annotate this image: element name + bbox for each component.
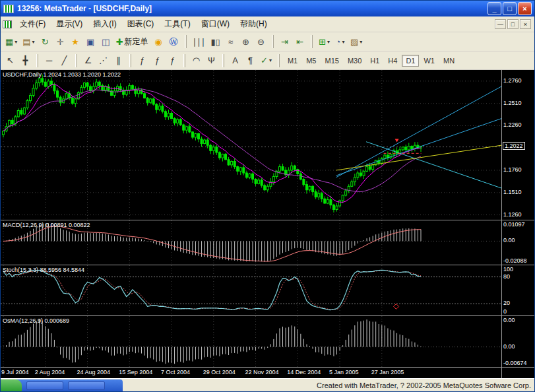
toolbar-separator bbox=[36, 54, 38, 67]
timeframe-m1-button[interactable]: M1 bbox=[284, 55, 301, 67]
menu-file[interactable]: 文件(F) bbox=[15, 16, 51, 32]
text-button[interactable]: A bbox=[228, 53, 243, 68]
main-chart-plot[interactable]: USDCHF,Daily 1.2024 1.2033 1.2020 1.2022 bbox=[1, 70, 501, 220]
stochastic-panel[interactable]: Stoch(15,3,3) 88.5956 84.5844 10080200 bbox=[1, 265, 534, 316]
toolbar-separator bbox=[185, 35, 187, 48]
crosshair-button[interactable]: ╋ bbox=[18, 53, 33, 68]
zoom-out-button[interactable]: ⊖ bbox=[253, 34, 268, 49]
child-restore-button[interactable]: □ bbox=[507, 19, 519, 29]
auto-scroll-icon: ⇥ bbox=[281, 38, 288, 46]
cursor-button[interactable]: ↖ bbox=[3, 53, 18, 68]
new-order-button-label: 新定单 bbox=[125, 36, 148, 48]
osma-panel[interactable]: OsMA(12,26,9) 0.000689 0.000.00-0.00674 bbox=[1, 316, 534, 368]
title-bar[interactable]: 13256: MetaTrader - [USDCHF,Daily] _□× bbox=[1, 1, 534, 16]
chart-area[interactable]: USDCHF,Daily 1.2024 1.2033 1.2020 1.2022… bbox=[1, 70, 534, 378]
timeframe-d1-button[interactable]: D1 bbox=[402, 55, 419, 67]
print-preview-button[interactable]: ◫ bbox=[98, 34, 113, 49]
dropdown-caret-icon[interactable]: ▾ bbox=[32, 39, 35, 45]
fibo-fan-button[interactable]: ƒ bbox=[165, 53, 180, 68]
dropdown-caret-icon[interactable]: ▾ bbox=[342, 39, 344, 45]
menu-tools[interactable]: 工具(T) bbox=[159, 16, 195, 32]
menu-insert[interactable]: 插入(I) bbox=[88, 16, 121, 32]
toolbar-separator bbox=[129, 54, 131, 67]
macd-axis: 0.010970.00-0.02088 bbox=[501, 220, 534, 265]
taskbar-window-button[interactable] bbox=[26, 381, 63, 390]
timeframe-h1-button[interactable]: H1 bbox=[366, 55, 383, 67]
metaquotes-button[interactable]: Ⓦ bbox=[166, 34, 181, 49]
timeframe-w1-button[interactable]: W1 bbox=[420, 55, 439, 67]
menu-help[interactable]: 帮助(H) bbox=[235, 16, 272, 32]
linear-regression-icon: ⋰ bbox=[99, 56, 108, 65]
indicators-button[interactable]: ⊞▾ bbox=[316, 34, 332, 49]
price-axis: 1.27601.25101.22601.17601.15101.12601.20… bbox=[501, 70, 534, 220]
macd-plot[interactable]: MACD(12,26,9) 0.00891 0.00822 bbox=[1, 220, 501, 265]
fibo-retracement-button[interactable]: ƒ bbox=[135, 53, 150, 68]
axis-label: 1.2260 bbox=[503, 121, 522, 128]
axis-label: 1.1510 bbox=[503, 189, 522, 195]
linear-regression-button[interactable]: ⋰ bbox=[96, 53, 111, 68]
restore-button[interactable]: □ bbox=[503, 2, 517, 15]
taskbar-window-button[interactable] bbox=[68, 381, 105, 390]
andrews-pitchfork-button[interactable]: Ψ bbox=[204, 53, 219, 68]
timeframe-m15-button[interactable]: M15 bbox=[321, 55, 342, 67]
toolbar-separator bbox=[183, 54, 185, 67]
chart-quote-line: USDCHF,Daily 1.2024 1.2033 1.2020 1.2022 bbox=[3, 71, 121, 78]
axis-label: 0.01097 bbox=[503, 221, 525, 228]
horizontal-line-button[interactable]: ─ bbox=[42, 53, 57, 68]
osma-plot[interactable]: OsMA(12,26,9) 0.000689 bbox=[1, 316, 501, 367]
minimize-button[interactable]: _ bbox=[488, 2, 501, 15]
menu-view[interactable]: 显示(V) bbox=[51, 16, 88, 32]
menu-charts[interactable]: 图表(C) bbox=[122, 16, 160, 32]
auto-scroll-button[interactable]: ⇥ bbox=[277, 34, 292, 49]
text-label-button[interactable]: ¶ bbox=[243, 53, 258, 68]
axis-label: 0 bbox=[503, 308, 507, 315]
line-chart-button[interactable]: ≈ bbox=[223, 34, 238, 49]
time-axis-corner bbox=[501, 368, 534, 378]
periods-button[interactable]: ◔▾ bbox=[332, 34, 348, 49]
bar-chart-button[interactable]: ∣∣∣ bbox=[190, 34, 208, 49]
date-labels: 9 Jul 20042 Aug 200424 Aug 200415 Sep 20… bbox=[1, 368, 501, 378]
stochastic-plot[interactable]: Stoch(15,3,3) 88.5956 84.5844 bbox=[1, 265, 501, 315]
toolbar-separator bbox=[222, 54, 224, 67]
crosshair-cursor-button[interactable]: ✛ bbox=[53, 34, 68, 49]
templates-icon: ▨ bbox=[350, 38, 358, 46]
candlestick-chart-button[interactable]: ▮▯ bbox=[208, 34, 223, 49]
candlestick-chart-icon: ▮▯ bbox=[210, 38, 220, 46]
refresh-button[interactable]: ↻ bbox=[38, 34, 53, 49]
main-chart-panel[interactable]: USDCHF,Daily 1.2024 1.2033 1.2020 1.2022… bbox=[1, 70, 534, 220]
profiles-button[interactable]: ▤▾ bbox=[20, 34, 37, 49]
favorites-button[interactable]: ★ bbox=[68, 34, 83, 49]
data-window-button[interactable]: ▣ bbox=[83, 34, 98, 49]
stochastic-label: Stoch(15,3,3) 88.5956 84.5844 bbox=[3, 267, 84, 273]
start-button-fragment[interactable] bbox=[1, 379, 22, 391]
expert-advisors-button[interactable]: ◉ bbox=[151, 34, 166, 49]
fibo-expansion-button[interactable]: ƒ bbox=[150, 53, 165, 68]
taskbar-fragment[interactable] bbox=[1, 379, 123, 391]
new-chart-button[interactable]: ▦▾ bbox=[3, 34, 20, 49]
dropdown-caret-icon[interactable]: ▾ bbox=[269, 57, 272, 63]
close-button[interactable]: × bbox=[518, 2, 532, 15]
new-order-icon: ✚ bbox=[116, 38, 123, 46]
dropdown-caret-icon[interactable]: ▾ bbox=[327, 39, 330, 45]
dropdown-caret-icon[interactable]: ▾ bbox=[360, 39, 362, 45]
fibo-fan-icon: ƒ bbox=[170, 56, 175, 65]
trendline-angle-button[interactable]: ∠ bbox=[80, 53, 96, 68]
axis-label: 1.2510 bbox=[503, 100, 522, 106]
new-order-button[interactable]: ✚新定单 bbox=[113, 34, 151, 49]
cycle-lines-button[interactable]: ◠ bbox=[189, 53, 204, 68]
timeframe-m30-button[interactable]: M30 bbox=[344, 55, 365, 67]
timeframe-mn-button[interactable]: MN bbox=[439, 55, 458, 67]
child-close-button[interactable]: × bbox=[520, 19, 531, 29]
equidistant-channel-button[interactable]: ∥ bbox=[111, 53, 126, 68]
macd-panel[interactable]: MACD(12,26,9) 0.00891 0.00822 0.010970.0… bbox=[1, 220, 534, 265]
timeframe-m5-button[interactable]: M5 bbox=[302, 55, 320, 67]
menu-window[interactable]: 窗口(W) bbox=[196, 16, 235, 32]
templates-button[interactable]: ▨▾ bbox=[348, 34, 365, 49]
timeframe-h4-button[interactable]: H4 bbox=[384, 55, 401, 67]
chart-shift-button[interactable]: ⇤ bbox=[292, 34, 307, 49]
dropdown-caret-icon[interactable]: ▾ bbox=[15, 39, 17, 45]
trendline-button[interactable]: ╱ bbox=[57, 53, 72, 68]
child-minimize-button[interactable]: — bbox=[495, 19, 506, 29]
arrows-button[interactable]: ✓▾ bbox=[258, 53, 274, 68]
zoom-in-button[interactable]: ⊕ bbox=[238, 34, 253, 49]
